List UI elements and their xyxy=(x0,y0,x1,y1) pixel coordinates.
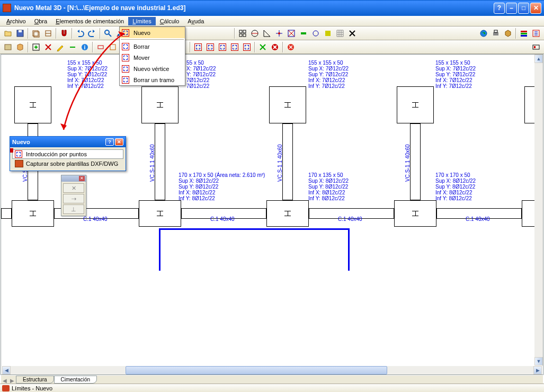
tool-search[interactable] xyxy=(102,28,114,39)
foundation-label: 170 x 135 x 50Sup X: 8Ø12c/22Sup Y: 8Ø12… xyxy=(308,172,349,201)
menu-calculo[interactable]: Cálculo xyxy=(156,17,184,25)
tool-undo[interactable] xyxy=(74,28,86,39)
dialog-option-label: Introducción por puntos xyxy=(26,151,87,157)
dialog-titlebar[interactable]: Nuevo ? ✕ xyxy=(10,137,126,147)
tool-open[interactable] xyxy=(2,28,14,39)
scroll-up-button[interactable]: ▲ xyxy=(534,55,543,63)
dialog-option-dxf[interactable]: Capturar sobre plantillas DXF/DWG xyxy=(12,159,123,168)
menu-elementos[interactable]: Elementos de cimentación xyxy=(51,17,128,25)
tool-a[interactable] xyxy=(30,28,42,39)
scroll-thumb[interactable] xyxy=(126,366,387,375)
svg-rect-12 xyxy=(239,34,242,37)
dropdown-borrar-tramo[interactable]: Borrar un tramo xyxy=(120,74,185,85)
svg-rect-22 xyxy=(493,32,498,35)
titlebar-help-button[interactable]: ? xyxy=(494,3,505,14)
tool2-plus[interactable] xyxy=(30,41,42,53)
tool2-calc[interactable] xyxy=(257,41,269,53)
tool2-p2[interactable] xyxy=(204,41,216,53)
tool2-end[interactable] xyxy=(530,41,542,53)
tab-cimentacion[interactable]: Cimentación xyxy=(54,376,97,384)
tool-grid2[interactable] xyxy=(249,28,261,39)
tool-g[interactable] xyxy=(310,28,322,39)
foundation-label: 155 x 155 x 50Sup X: 7Ø12c/22Sup Y: 7Ø12… xyxy=(67,60,108,89)
tool-h[interactable] xyxy=(322,28,334,39)
nuevo-dialog[interactable]: Nuevo ? ✕ Introducción por puntos Captur… xyxy=(10,136,126,171)
floating-palette[interactable]: ✕ ✕ ⇢ ⊥ xyxy=(61,175,86,216)
tool-grid3[interactable] xyxy=(334,28,346,39)
tool2-c[interactable] xyxy=(95,41,106,53)
palette-button-2[interactable]: ⇢ xyxy=(63,194,84,203)
tool2-p4[interactable] xyxy=(229,41,240,53)
tool2-edit[interactable] xyxy=(55,41,66,53)
tool-print[interactable] xyxy=(490,28,502,39)
scroll-right-button[interactable]: ▶ xyxy=(533,366,542,375)
scroll-down-button[interactable]: ▼ xyxy=(534,357,543,366)
dialog-option-puntos[interactable]: Introducción por puntos xyxy=(12,149,123,159)
tool-box[interactable] xyxy=(502,28,514,39)
svg-rect-13 xyxy=(243,34,246,37)
tool-layers[interactable] xyxy=(518,28,530,39)
tool-settings[interactable] xyxy=(346,28,358,39)
polygon-icon xyxy=(243,43,251,51)
svg-rect-23 xyxy=(494,30,497,32)
c1-label: C.1 40x40 xyxy=(210,216,235,222)
svg-rect-20 xyxy=(325,31,331,36)
tool-config[interactable] xyxy=(530,28,542,39)
horizontal-scrollbar[interactable]: ◀ ▶ xyxy=(2,366,542,375)
tool2-d[interactable] xyxy=(107,41,119,53)
limit-polyline[interactable] xyxy=(159,228,350,271)
tool-d[interactable] xyxy=(273,28,285,39)
column-icon xyxy=(157,211,163,216)
titlebar-min-button[interactable]: – xyxy=(506,3,517,14)
tool2-stop[interactable] xyxy=(285,41,297,53)
view-tabs: ◀ ▶ Estructura Cimentación xyxy=(1,376,543,384)
tool2-minus[interactable] xyxy=(67,41,78,53)
svg-rect-18 xyxy=(301,32,306,34)
dialog-title: Nuevo xyxy=(12,139,104,145)
tie-beam xyxy=(1,208,12,219)
tool2-p5[interactable] xyxy=(241,41,253,53)
dialog-help-button[interactable]: ? xyxy=(105,138,114,146)
column-icon xyxy=(284,102,291,108)
tool2-b[interactable] xyxy=(14,41,26,53)
c1-label: C.1 40x40 xyxy=(466,216,490,222)
menu-obra[interactable]: Obra xyxy=(30,17,51,25)
tool2-info[interactable]: i xyxy=(79,41,91,53)
tab-scroll-right[interactable]: ▶ xyxy=(8,378,16,384)
tool2-x[interactable] xyxy=(42,41,54,53)
palette-button-1[interactable]: ✕ xyxy=(63,183,84,193)
tool2-a[interactable] xyxy=(2,41,14,53)
dropdown-borrar[interactable]: Borrar xyxy=(120,41,185,52)
menu-limites[interactable]: Límites xyxy=(128,17,155,25)
palette-button-3[interactable]: ⊥ xyxy=(63,204,84,214)
tool-e[interactable] xyxy=(286,28,297,39)
menu-ayuda[interactable]: Ayuda xyxy=(183,17,208,25)
tool-redo[interactable] xyxy=(86,28,98,39)
dropdown-nuevo-vertice[interactable]: Nuevo vértice xyxy=(120,63,185,74)
tab-scroll-left[interactable]: ◀ xyxy=(1,378,8,384)
menu-archivo[interactable]: Archivo xyxy=(2,17,30,25)
tie-beam xyxy=(155,123,165,200)
tool-save[interactable] xyxy=(14,28,26,39)
dialog-close-button[interactable]: ✕ xyxy=(115,138,123,146)
titlebar-close-button[interactable]: ✕ xyxy=(530,3,541,14)
dropdown-nuevo[interactable]: Nuevo xyxy=(120,27,185,38)
titlebar-max-button[interactable]: □ xyxy=(518,3,529,14)
tool-b[interactable] xyxy=(42,28,54,39)
vertical-scrollbar[interactable]: ▲ ▼ xyxy=(534,55,543,366)
tool-magnet[interactable] xyxy=(58,28,70,39)
tool-f[interactable] xyxy=(298,28,309,39)
scroll-left-button[interactable]: ◀ xyxy=(2,366,11,375)
tool2-p3[interactable] xyxy=(217,41,228,53)
dxf-icon xyxy=(15,160,23,167)
tool2-err[interactable] xyxy=(269,41,281,53)
column-icon xyxy=(412,102,418,108)
tool2-p1[interactable] xyxy=(192,41,204,53)
tool-grid1[interactable] xyxy=(237,28,248,39)
tool-globe[interactable] xyxy=(478,28,489,39)
palette-close-button[interactable]: ✕ xyxy=(79,176,85,181)
dropdown-mover[interactable]: Mover xyxy=(120,52,185,63)
tool-angle[interactable] xyxy=(261,28,273,39)
tab-estructura[interactable]: Estructura xyxy=(16,376,54,384)
limites-dropdown: Nuevo Borrar Mover Nuevo vértice Borrar … xyxy=(119,26,185,86)
